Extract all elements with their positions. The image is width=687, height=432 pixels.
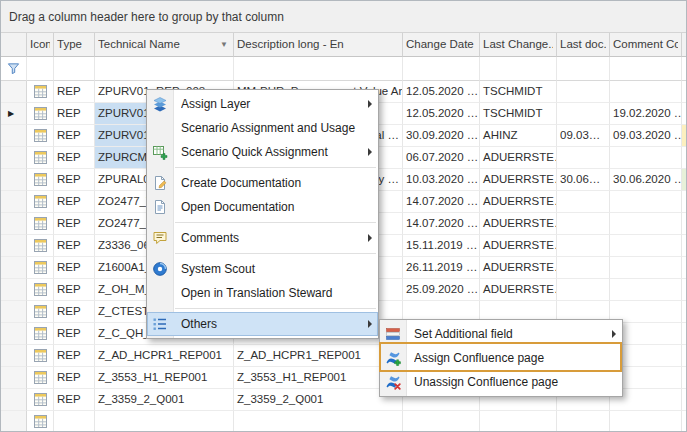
- cell-c[interactable]: [682, 279, 687, 301]
- cell-comment[interactable]: 09.03.2020 …: [610, 125, 682, 147]
- row-icon-cell[interactable]: [27, 81, 54, 103]
- cell-type[interactable]: REP: [54, 301, 95, 323]
- cell-last-doc[interactable]: [557, 257, 610, 279]
- cell-last-doc[interactable]: [557, 411, 610, 432]
- row-icon-cell[interactable]: [27, 125, 54, 147]
- cell-technical-name[interactable]: Z_3553_H1_REP001: [95, 367, 234, 389]
- cell-change-date[interactable]: 12.05.2020 …: [403, 103, 480, 125]
- cell-c[interactable]: [682, 235, 687, 257]
- cell-type[interactable]: [54, 411, 95, 432]
- filter-cell-icon[interactable]: [27, 57, 54, 81]
- menu-item-assign-layer[interactable]: Assign Layer: [147, 92, 378, 116]
- cell-c[interactable]: [682, 81, 687, 103]
- cell-last-doc[interactable]: [557, 103, 610, 125]
- menu-item-open-in-translation-steward[interactable]: Open in Translation Steward: [147, 281, 378, 305]
- column-header-icon[interactable]: Icon: [27, 33, 54, 57]
- cell-type[interactable]: REP: [54, 191, 95, 213]
- cell-comment[interactable]: [610, 411, 682, 432]
- cell-type[interactable]: REP: [54, 81, 95, 103]
- filter-cell-type[interactable]: [54, 57, 95, 81]
- cell-comment[interactable]: [610, 81, 682, 103]
- menu-item-scenario-assignment-and-usage[interactable]: Scenario Assignment and Usage: [147, 116, 378, 140]
- row-indicator[interactable]: [1, 301, 27, 323]
- cell-change-date[interactable]: 14.07.2020 …: [403, 191, 480, 213]
- cell-change-date[interactable]: 15.11.2019 …: [403, 235, 480, 257]
- column-header-c[interactable]: C: [682, 33, 687, 57]
- cell-description[interactable]: [234, 411, 403, 432]
- cell-last-doc[interactable]: 09.03…: [557, 125, 610, 147]
- cell-type[interactable]: REP: [54, 257, 95, 279]
- cell-change-date[interactable]: 26.11.2019 …: [403, 257, 480, 279]
- row-indicator[interactable]: [1, 125, 27, 147]
- filter-cell-c[interactable]: [682, 57, 687, 81]
- cell-c[interactable]: [682, 147, 687, 169]
- group-by-panel[interactable]: Drag a column header here to group by th…: [1, 1, 686, 33]
- row-indicator[interactable]: [1, 257, 27, 279]
- cell-c[interactable]: [682, 169, 687, 191]
- row-indicator[interactable]: [1, 213, 27, 235]
- cell-type[interactable]: REP: [54, 213, 95, 235]
- row-icon-cell[interactable]: [27, 257, 54, 279]
- row-indicator[interactable]: [1, 389, 27, 411]
- cell-last-change[interactable]: ADUERRSTE…: [480, 213, 557, 235]
- cell-comment[interactable]: [610, 213, 682, 235]
- cell-last-doc[interactable]: [557, 279, 610, 301]
- row-indicator[interactable]: [1, 169, 27, 191]
- cell-comment[interactable]: [610, 279, 682, 301]
- cell-technical-name[interactable]: Z_3359_2_Q001: [95, 389, 234, 411]
- cell-change-date[interactable]: 25.09.2020 …: [403, 279, 480, 301]
- cell-change-date[interactable]: 12.05.2020 …: [403, 81, 480, 103]
- menu-item-system-scout[interactable]: System Scout: [147, 257, 378, 281]
- cell-change-date[interactable]: 06.07.2020 …: [403, 147, 480, 169]
- menu-item-unassign-confluence-page[interactable]: Unassign Confluence page: [380, 370, 622, 394]
- cell-last-change[interactable]: ADUERRSTE…: [480, 147, 557, 169]
- row-indicator[interactable]: [1, 411, 27, 432]
- filter-cell-change-date[interactable]: [403, 57, 480, 81]
- row-indicator[interactable]: [1, 367, 27, 389]
- cell-c[interactable]: [682, 411, 687, 432]
- cell-c[interactable]: [682, 213, 687, 235]
- cell-comment[interactable]: 19.02.2020 …: [610, 103, 682, 125]
- cell-technical-name[interactable]: Z_AD_HCPR1_REP001: [95, 345, 234, 367]
- row-icon-cell[interactable]: [27, 301, 54, 323]
- cell-c[interactable]: [682, 125, 687, 147]
- row-icon-cell[interactable]: [27, 389, 54, 411]
- cell-last-change[interactable]: ADUERRSTE…: [480, 235, 557, 257]
- row-indicator[interactable]: [1, 81, 27, 103]
- cell-last-doc[interactable]: [557, 235, 610, 257]
- cell-type[interactable]: REP: [54, 103, 95, 125]
- cell-last-change[interactable]: TSCHMIDT: [480, 81, 557, 103]
- row-icon-cell[interactable]: [27, 169, 54, 191]
- filter-cell-technical-name[interactable]: [95, 57, 234, 81]
- cell-last-doc[interactable]: 30.06…: [557, 169, 610, 191]
- filter-cell-description[interactable]: [234, 57, 403, 81]
- cell-last-doc[interactable]: [557, 191, 610, 213]
- row-icon-cell[interactable]: [27, 323, 54, 345]
- cell-last-doc[interactable]: [557, 81, 610, 103]
- menu-item-open-documentation[interactable]: Open Documentation: [147, 195, 378, 219]
- cell-c[interactable]: [682, 345, 687, 367]
- cell-last-change[interactable]: AHINZ: [480, 125, 557, 147]
- row-icon-cell[interactable]: [27, 367, 54, 389]
- row-icon-cell[interactable]: [27, 279, 54, 301]
- cell-last-change[interactable]: TSCHMIDT: [480, 103, 557, 125]
- row-icon-cell[interactable]: [27, 411, 54, 432]
- cell-last-change[interactable]: [480, 411, 557, 432]
- cell-type[interactable]: REP: [54, 169, 95, 191]
- cell-last-change[interactable]: ADUERRSTE…: [480, 191, 557, 213]
- row-indicator[interactable]: [1, 279, 27, 301]
- cell-c[interactable]: [682, 191, 687, 213]
- column-header-last-change[interactable]: Last Change...: [480, 33, 557, 57]
- row-icon-cell[interactable]: [27, 103, 54, 125]
- cell-c[interactable]: [682, 389, 687, 411]
- cell-c[interactable]: [682, 323, 687, 345]
- cell-c[interactable]: [682, 301, 687, 323]
- cell-type[interactable]: REP: [54, 367, 95, 389]
- cell-comment[interactable]: 30.06.2020 …: [610, 169, 682, 191]
- cell-c[interactable]: [682, 257, 687, 279]
- row-indicator[interactable]: [1, 323, 27, 345]
- cell-description[interactable]: Z_3553_H1_REP001: [234, 367, 403, 389]
- cell-comment[interactable]: [610, 235, 682, 257]
- cell-description[interactable]: Z_AD_HCPR1_REP001: [234, 345, 403, 367]
- row-icon-cell[interactable]: [27, 147, 54, 169]
